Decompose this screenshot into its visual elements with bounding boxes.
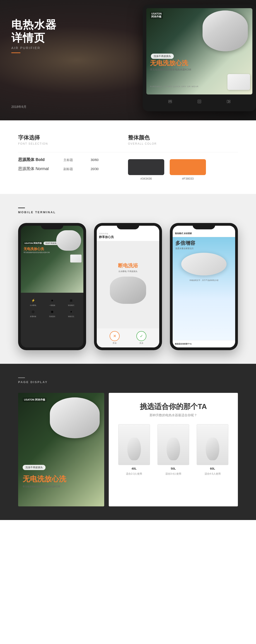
icon-6: ♦ — [68, 308, 74, 315]
page-display-section: PAGE DISPLAY USATON 阿诗丹顿 洗澡不再拔插头 无电洗放心洗 … — [0, 364, 256, 520]
phone1-content: USATON 阿诗丹顿 洗澡不再拔插头 无电洗放心洗 带无电智能科技的安全电热水… — [21, 226, 83, 348]
color-swatches: #343436 #F38033 — [128, 159, 238, 180]
color-box-orange — [170, 159, 206, 175]
phone2-banner-small: 买阿诗丹顿 — [99, 232, 157, 235]
font-color-section: 字体选择 FONT SELECTION 思源黑体 Bold 主标题 30/60 … — [0, 120, 256, 194]
hero-tablet-area: USATON 阿诗丹顿 洗澡不再拔插头 无电洗放心洗 带无电智能科技的安全电热水… — [143, 4, 256, 116]
pdr-product-1: 40L 适合2-3人使用 — [118, 424, 150, 476]
phone1-icons-row-2: ◎ 多重积碳 ◉ 无线遥控 ♦ 智能记忆 — [23, 308, 81, 318]
phone1-icon-5: ◉ 无线遥控 — [49, 308, 55, 318]
font-size-bold: 30/60 — [91, 158, 99, 162]
icon-label-5: 无线遥控 — [49, 316, 55, 318]
phone3-big-title: 多倍增容 — [175, 240, 233, 246]
hero-date: 2018年6月 — [11, 105, 26, 109]
phone1-icon-4: ◎ 多重积碳 — [30, 308, 36, 318]
color-selection-block: 整体颜色 OVERALL COLOR #343436 #F38033 — [128, 134, 238, 180]
phone2-bottom-btns: ✕ 开水 ✓ 关水 — [97, 328, 159, 348]
font-size-normal: 20/30 — [91, 167, 99, 171]
mobile-section: MOBILE TERMINAL USATON 阿诗丹顿 洗澡不再拔插头 无电洗放… — [0, 194, 256, 364]
page-display-left-bg: USATON 阿诗丹顿 洗澡不再拔插头 无电洗放心洗 带无电智能科技的安全电热水… — [18, 393, 104, 506]
tablet-screen: USATON 阿诗丹顿 洗澡不再拔插头 无电洗放心洗 带无电智能科技的安全电热水… — [146, 8, 252, 94]
svg-rect-5 — [227, 100, 228, 103]
phone3-main: 多倍增容 温柔水量全家获法方 详细说明文字，关于产品的特性介绍 — [173, 237, 235, 340]
tablet-en-text: FAREWELL TO DRY QUICK DRY OR WEAR — [150, 86, 198, 88]
mobile-section-line — [18, 208, 25, 208]
phone1-top: USATON 阿诗丹顿 洗澡不再拔插头 无电洗放心洗 带无电智能科技的安全电热水… — [21, 226, 83, 293]
pdr-product-label-1: 40L — [131, 467, 136, 470]
pdl-badge: 洗澡不再拔插头 — [23, 465, 46, 470]
phone-frame-3: 智浴模式 沐浴管家 多倍增容 温柔水量全家获法方 详细说明文字，关于产品的特性介… — [170, 223, 238, 350]
phone2-btn-on-label: 关水 — [139, 342, 143, 345]
tablet-main-zh: 无电洗放心洗 — [150, 59, 249, 67]
mobile-section-header: MOBILE TERMINAL — [18, 208, 238, 214]
pdl-heater-img — [50, 398, 100, 438]
pdr-product-img-2 — [157, 424, 189, 465]
phone3-bottom-text: 详细说明文字，关于产品的特性介绍 — [175, 279, 233, 282]
hero-title: 电热水器 详情页 — [11, 18, 57, 44]
pdr-product-3: 60L 适合4-5人使用 — [197, 424, 228, 476]
phone-frame-1: USATON 阿诗丹顿 洗澡不再拔插头 无电洗放心洗 带无电智能科技的安全电热水… — [18, 223, 86, 350]
tablet-heater-image — [203, 10, 248, 51]
hero-subtitle-en: AIR PURIFIER — [11, 46, 57, 50]
hero-accent-line — [11, 52, 20, 53]
phone2-btn-off-circle[interactable]: ✕ — [110, 331, 120, 341]
pdr-products-row: 40L 适合2-3人使用 50L 适合3-4人使用 60L 适合4-5人使用 — [116, 424, 231, 476]
phone1-heater-img — [56, 230, 81, 251]
icon-label-2: 一级能效 — [49, 304, 55, 306]
page-display-grid: USATON 阿诗丹顿 洗澡不再拔插头 无电洗放心洗 带无电智能科技的安全电热水… — [18, 393, 238, 506]
color-box-dark — [128, 159, 164, 175]
phone2-btn-on-circle[interactable]: ✓ — [136, 331, 146, 341]
phone3-footer: 挑选适合你的那个TA — [173, 340, 235, 348]
color-label-dark: #343436 — [140, 177, 152, 180]
tablet-apps-btn[interactable] — [225, 98, 232, 105]
svg-rect-4 — [199, 101, 200, 102]
tablet-home-btn[interactable] — [196, 98, 203, 105]
tablet-sub-text: 带无电智能科技的安全电热水器KC68 — [150, 68, 249, 71]
hero-text-block: 电热水器 详情页 AIR PURIFIER — [11, 18, 57, 53]
icon-3: ⊞ — [68, 297, 74, 304]
font-section-title-en: FONT SELECTION — [18, 142, 128, 145]
pdl-brand: USATON 阿诗丹顿 — [23, 398, 46, 402]
phone1-icon-2: ★ 一级能效 — [49, 297, 55, 306]
phone3-content: 智浴模式 沐浴管家 多倍增容 温柔水量全家获法方 详细说明文字，关于产品的特性介… — [173, 226, 235, 348]
tablet-badge: 洗澡不再拔插头 — [151, 54, 174, 59]
pdl-main-text: 无电洗放心洗 带无电智能科技的安全电热水器KC68 — [23, 474, 66, 488]
font-name-bold: 思源黑体 Bold — [18, 157, 54, 162]
phone2-btn-off-label: 开水 — [113, 342, 117, 345]
svg-rect-7 — [229, 102, 230, 103]
font-row-1: 思源黑体 Bold 主标题 30/60 — [18, 157, 128, 162]
phone1-icon-6: ♦ 智能记忆 — [68, 308, 74, 318]
phone1-bottom: ⚡ 出水断电 ★ 一级能效 ⊞ 智浴模式 — [21, 293, 83, 348]
color-section-title-en: OVERALL COLOR — [128, 142, 238, 145]
phone1-sub: 带无电智能科技的安全电热水器KC68 — [23, 252, 81, 254]
color-swatch-dark: #343436 — [128, 159, 164, 180]
phone-notch-3 — [193, 223, 215, 229]
phone-notch-1 — [41, 223, 63, 229]
page-display-header: PAGE DISPLAY — [18, 378, 238, 384]
pdr-title: 挑选适合你的那个TA — [116, 402, 231, 412]
phone2-btn-on[interactable]: ✓ 关水 — [136, 331, 146, 345]
phone1-icon-3: ⊞ 智浴模式 — [68, 297, 74, 306]
page-display-line — [18, 378, 25, 378]
font-section-title-zh: 字体选择 — [18, 134, 128, 141]
phone-notch-2 — [117, 223, 139, 229]
svg-rect-6 — [229, 100, 230, 101]
phone3-sub-title: 温柔水量全家获法方 — [175, 247, 233, 250]
pdr-product-2: 50L 适合3-4人使用 — [157, 424, 189, 476]
tablet-bottom-bar — [146, 94, 252, 108]
tablet-frame: USATON 阿诗丹顿 洗澡不再拔插头 无电洗放心洗 带无电智能科技的安全电热水… — [143, 4, 256, 111]
hero-section: 电热水器 详情页 AIR PURIFIER 2018年6月 USATON 阿诗丹… — [0, 0, 256, 120]
phone1-icon-1: ⚡ 出水断电 — [30, 297, 36, 306]
phone2-btn-off[interactable]: ✕ 开水 — [110, 331, 120, 345]
pdr-product-label-2: 50L — [171, 467, 176, 470]
color-label-orange: #F38033 — [182, 177, 193, 180]
tablet-back-btn[interactable] — [167, 98, 174, 105]
phone-screen-2: 买阿诗丹顿 静享放心洗 断电洗浴 出水断电 不再拔插头 ✕ — [97, 226, 159, 348]
phone-frame-2: 买阿诗丹顿 静享放心洗 断电洗浴 出水断电 不再拔插头 ✕ — [94, 223, 162, 350]
icon-label-6: 智能记忆 — [68, 316, 74, 318]
mobile-section-title: MOBILE TERMINAL — [18, 210, 238, 214]
color-section-title-zh: 整体颜色 — [128, 134, 238, 141]
phone2-banner-main: 静享放心洗 — [99, 235, 157, 239]
phone3-top-text: 智浴模式 沐浴管家 — [175, 232, 233, 235]
tablet-main-text: 无电洗放心洗 带无电智能科技的安全电热水器KC68 — [150, 59, 249, 71]
